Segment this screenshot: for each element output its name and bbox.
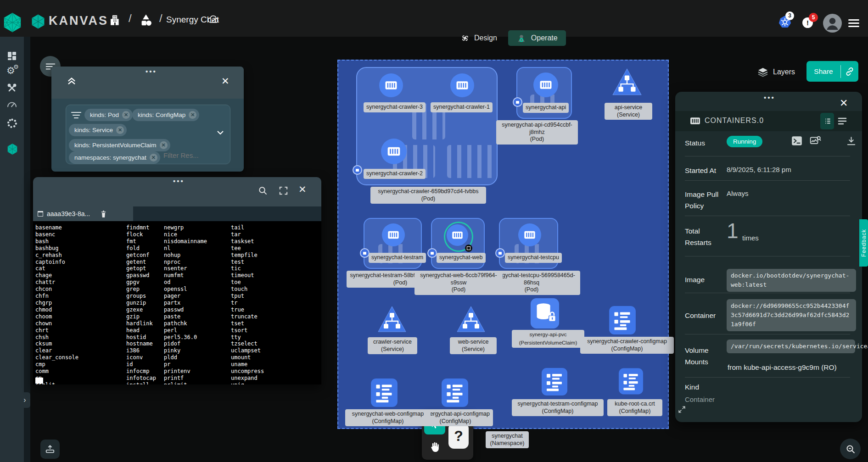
drawer-toggle-button[interactable] (40, 440, 60, 459)
chip-remove-icon[interactable]: ✕ (189, 111, 196, 119)
close-icon[interactable]: ✕ (840, 97, 848, 109)
meshery-logo-icon[interactable] (2, 12, 23, 33)
designs-icon[interactable] (139, 13, 153, 28)
list-view-toggle[interactable] (837, 116, 848, 127)
patterns-icon[interactable] (6, 117, 18, 129)
toolbox-icon[interactable] (6, 83, 18, 95)
container-action-badge-icon[interactable] (465, 245, 472, 252)
share-button[interactable]: Share (806, 61, 858, 82)
pvc-node-synergy-api-pvc[interactable] (530, 298, 560, 328)
filter-chip[interactable]: kinds: ConfigMap✕ (132, 109, 199, 121)
feedback-tab[interactable]: Feedback (859, 219, 868, 267)
image-pull-policy-value: Always (727, 189, 749, 197)
pod-node-crawler-group[interactable]: synergychat-crawler-3 synergychat-crawle… (356, 67, 498, 185)
trash-icon[interactable] (100, 210, 107, 218)
pod-kind-badge-icon (427, 248, 437, 258)
avatar[interactable] (823, 14, 842, 33)
tab-design[interactable]: Design (452, 30, 505, 46)
terminal-tab-label: aaaa39e3-8a... (47, 210, 90, 217)
performance-gauge-icon[interactable] (6, 100, 18, 112)
panel-expand-chevron[interactable]: › (19, 392, 30, 408)
volume-mount-path-value[interactable]: /var/run/secrets/kubernetes.io/serviceac… (727, 340, 855, 353)
pan-tool-button[interactable] (424, 436, 445, 457)
container-icon[interactable] (382, 223, 405, 246)
canvas-selection-region[interactable]: synergychat-crawler-3 synergychat-crawle… (337, 60, 669, 429)
service-node-web-service[interactable] (456, 305, 486, 334)
pod-node-web[interactable]: synergychat-web (431, 218, 485, 269)
drag-handle-icon[interactable]: ••• (764, 96, 775, 99)
menu-icon[interactable] (848, 17, 859, 29)
zoom-button[interactable] (840, 439, 861, 459)
expand-panel-icon[interactable] (678, 406, 686, 413)
container-icon[interactable] (447, 224, 468, 246)
open-terminal-icon[interactable] (791, 135, 803, 147)
image-inspect-icon[interactable] (809, 135, 821, 147)
status-label: Status (685, 138, 705, 149)
container-icon[interactable] (518, 223, 541, 246)
image-value[interactable]: docker.io/bootdotdev/synergychat-web:lat… (727, 269, 856, 292)
pod-node-testram[interactable]: synergychat-testram (364, 218, 422, 269)
chevron-down-icon[interactable] (217, 130, 224, 135)
filter-chip[interactable]: kinds: Pod✕ (84, 109, 133, 121)
resource-label: kube-root-ca.crt(ConfigMap) (607, 399, 662, 416)
kanvas-logo-icon[interactable] (30, 14, 46, 29)
close-icon[interactable]: ✕ (298, 184, 307, 195)
terminal-session-tab[interactable]: aaaa39e3-8a... (33, 206, 133, 221)
fullscreen-icon[interactable] (278, 185, 289, 196)
resource-label: synergychat-api-cd954ccbf-j8mhz(Pod) (496, 120, 578, 145)
service-node-crawler-service[interactable] (377, 305, 407, 334)
layers-button[interactable]: Layers (757, 67, 795, 78)
container-icon[interactable] (379, 73, 403, 97)
settings-gears-icon[interactable]: ⚙⚙ (6, 65, 18, 77)
total-restarts-unit: times (742, 234, 759, 242)
download-icon[interactable] (846, 136, 858, 148)
terminal-header[interactable]: ••• ✕ (33, 177, 321, 206)
service-node-api-service[interactable] (612, 68, 642, 96)
design-swirl-icon (460, 33, 470, 43)
container-icon[interactable] (533, 72, 558, 97)
configmap-node-crawler[interactable] (609, 306, 636, 334)
breadcrumb-separator: / (129, 12, 132, 25)
filter-chip[interactable]: kinds: PersistentVolumeClaim✕ (69, 139, 170, 151)
pod-node-testcpu[interactable]: synergychat-testcpu (499, 218, 558, 269)
configmap-node-web[interactable] (371, 379, 398, 407)
pod-node-api[interactable]: synergychat-api (516, 67, 572, 119)
search-icon[interactable] (258, 185, 268, 196)
configmap-node-testram[interactable] (542, 368, 567, 395)
terminal-output[interactable]: basenamebasencbashbashbugc_rehashcaptoin… (33, 221, 321, 384)
collapse-chevrons-icon[interactable] (67, 77, 77, 87)
chip-remove-icon[interactable]: ✕ (160, 141, 168, 149)
kubernetes-context-icon[interactable]: 3 (778, 15, 792, 29)
container-label: synergychat-testram (369, 253, 426, 263)
container-icon[interactable] (381, 139, 407, 164)
meshery-rail-icon[interactable] (6, 143, 18, 155)
terminal-column: tailtartasksetteetempfiletesttictimeoutt… (231, 224, 264, 384)
dashboard-icon[interactable] (6, 50, 18, 62)
container-label: synergychat-crawler-3 (364, 102, 426, 112)
configmap-node-kube-root-ca[interactable] (619, 368, 643, 395)
filter-chip[interactable]: namespaces: synergychat✕ (69, 151, 160, 164)
chip-remove-icon[interactable]: ✕ (150, 154, 157, 161)
question-glyph: ? (448, 423, 469, 449)
copy-link-icon[interactable] (841, 67, 858, 76)
chip-remove-icon[interactable]: ✕ (122, 111, 130, 119)
resource-label: synergychat-testram-configmap(ConfigMap) (512, 399, 604, 416)
container-glyph-icon (689, 115, 701, 127)
filter-resources-input[interactable] (162, 151, 215, 160)
close-icon[interactable]: ✕ (221, 76, 230, 87)
filter-input-box[interactable]: kinds: Pod✕ kinds: ConfigMap✕ kinds: Ser… (66, 105, 230, 164)
container-label: Container (685, 310, 716, 322)
configmap-node-api[interactable] (442, 379, 468, 407)
drag-handle-icon[interactable]: ••• (146, 70, 157, 73)
container-id-value[interactable]: docker://6d96990655cc952b4423304f3c57d66… (727, 299, 856, 331)
alerts-icon[interactable]: ! 5 (802, 17, 813, 28)
resource-label: synergychat-crawler-configmap(ConfigMap) (580, 337, 674, 354)
container-icon[interactable] (450, 73, 474, 97)
drag-handle-icon[interactable]: ••• (173, 180, 185, 183)
tab-operate[interactable]: Operate (508, 30, 566, 46)
filter-chip[interactable]: kinds: Service✕ (69, 124, 127, 136)
organization-icon[interactable] (108, 14, 121, 26)
chip-remove-icon[interactable]: ✕ (116, 126, 124, 134)
kind-label: Kind (685, 382, 699, 393)
selected-view-toggle[interactable] (820, 113, 834, 129)
